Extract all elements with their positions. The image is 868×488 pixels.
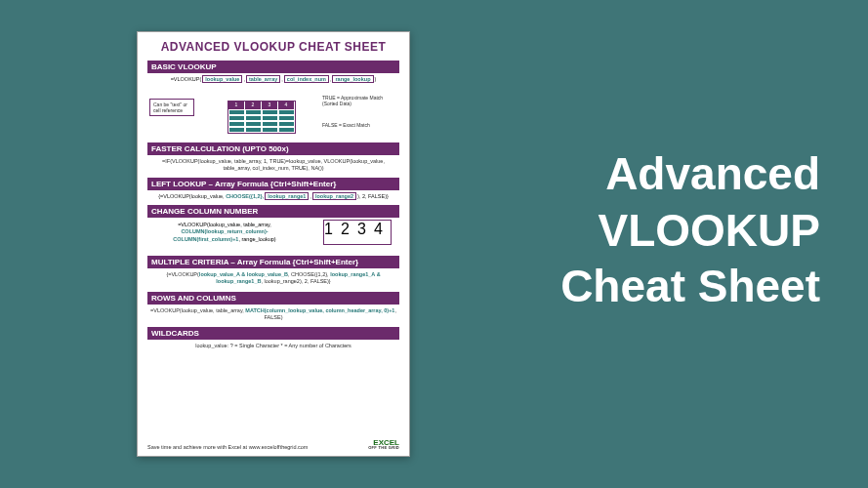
note-text-or-ref: Can be "text" or cell reference [149,99,194,116]
section-bar-change: CHANGE COLUMN NUMBER [147,205,399,218]
note-true-match: TRUE = Approximate Match (Sorted Data) [319,93,397,108]
headline-line-2: VLOOKUP [508,203,820,260]
footer-text: Save time and achieve more with Excel at… [147,444,308,450]
basic-diagram: Can be "text" or cell reference 1 2 3 4 … [147,87,399,140]
section-bar-rows: ROWS AND COLUMNS [147,292,399,305]
headline-line-1: Advanced [508,146,820,203]
excel-logo: EXCEL OFF THE GRID [368,439,399,450]
sheet-footer: Save time and achieve more with Excel at… [147,435,399,450]
change-col-table: 1 2 3 4 [323,220,392,245]
note-false-match: FALSE = Exact Match [319,120,397,130]
cheat-sheet-document: ADVANCED VLOOKUP CHEAT SHEET BASIC VLOOK… [137,31,410,457]
faster-body: =IF(VLOOKUP(lookup_value, table_array, 1… [147,155,399,175]
section-bar-basic: BASIC VLOOKUP [147,61,399,73]
change-col-body: =VLOOKUP(lookup_value, table_array, COLU… [147,218,399,253]
sheet-title: ADVANCED VLOOKUP CHEAT SHEET [147,40,399,54]
rows-body: =VLOOKUP(lookup_value, table_array, MATC… [147,305,399,324]
section-bar-left: LEFT LOOKUP – Array Formula {Ctrl+Shift+… [147,178,399,190]
page-headline: Advanced VLOOKUP Cheat Sheet [508,146,820,315]
multi-body: {=VLOOKUP(lookup_value_A & lookup_value_… [147,268,399,288]
section-bar-multi: MULTIPLE CRITERIA – Array Formula {Ctrl+… [147,256,399,268]
wild-body: lookup_value: ? = Single Character * = A… [147,340,399,352]
table-array-illustration: 1 2 3 4 [227,101,296,134]
section-bar-faster: FASTER CALCULATION (UPTO 500x) [147,142,399,155]
section-bar-wild: WILDCARDS [147,327,399,340]
basic-formula: =VLOOKUP(lookup_value,table_array,col_in… [147,75,399,83]
left-formula: {=VLOOKUP(lookup_value, CHOOSE({1,2},loo… [147,192,399,200]
headline-line-3: Cheat Sheet [508,259,820,315]
